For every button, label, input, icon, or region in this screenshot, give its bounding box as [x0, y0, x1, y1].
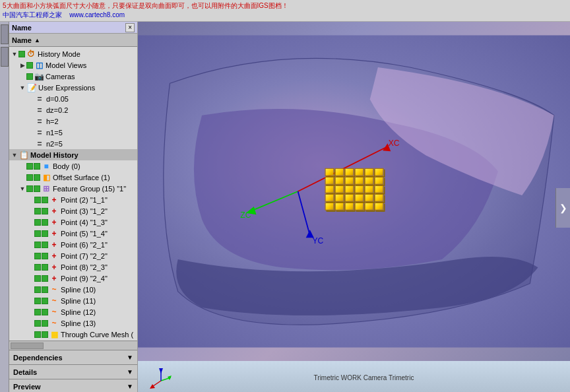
tree-expander[interactable]: [26, 196, 34, 204]
viewport-3d[interactable]: ZC XC YC: [138, 22, 570, 361]
tree-checkbox-2[interactable]: [34, 174, 40, 181]
tree-item[interactable]: ▼📝User Expressions: [9, 82, 137, 93]
tree-item[interactable]: +Point (4) "1_3": [9, 216, 137, 228]
tree-checkbox-2[interactable]: [42, 264, 48, 271]
tree-expander[interactable]: [26, 286, 34, 294]
tree-checkbox[interactable]: [34, 264, 41, 271]
tree-expander[interactable]: ▼: [18, 185, 26, 193]
tree-checkbox-2[interactable]: [34, 185, 40, 192]
bottom-panel-row[interactable]: Preview▼: [9, 379, 137, 392]
bottom-panel-row[interactable]: Details▼: [9, 365, 137, 379]
tree-checkbox[interactable]: [34, 230, 41, 237]
tree-expander[interactable]: [26, 129, 34, 137]
tree-item[interactable]: ~Spline (10): [9, 284, 137, 295]
tree-expander[interactable]: [26, 117, 34, 125]
tree-item[interactable]: ~Spline (11): [9, 295, 137, 306]
tree-item[interactable]: =n2=5: [9, 138, 137, 149]
tree-expander[interactable]: [26, 95, 34, 103]
panel-close-button[interactable]: ×: [125, 23, 135, 32]
tree-checkbox-2[interactable]: [42, 197, 48, 203]
tree-item[interactable]: +Point (3) "1_2": [9, 205, 137, 216]
tree-item-icon: ~: [49, 296, 59, 306]
tree-expander[interactable]: [26, 297, 34, 305]
viewport-area[interactable]: ZC XC YC ❯: [138, 22, 570, 392]
tree-checkbox[interactable]: [34, 331, 41, 338]
tree-item[interactable]: ▼📋Model History: [9, 149, 137, 160]
tree-expander[interactable]: [18, 162, 26, 170]
tree-checkbox[interactable]: [26, 185, 33, 192]
tree-item[interactable]: +Point (8) "2_3": [9, 261, 137, 273]
tree-item[interactable]: =n1=5: [9, 127, 137, 138]
tree-item[interactable]: ▼⏱History Mode: [9, 48, 137, 59]
tree-item[interactable]: +Point (5) "1_4": [9, 228, 137, 239]
tree-checkbox[interactable]: [26, 163, 33, 170]
tree-checkbox-2[interactable]: [42, 230, 48, 237]
tree-checkbox[interactable]: [34, 242, 41, 248]
tree-checkbox[interactable]: [26, 73, 33, 80]
side-icon-1[interactable]: [1, 24, 9, 44]
tree-item[interactable]: +Point (9) "2_4": [9, 273, 137, 284]
tree-expander[interactable]: [26, 331, 34, 339]
tree-checkbox-2[interactable]: [42, 275, 48, 282]
tree-checkbox[interactable]: [34, 309, 41, 315]
tree-checkbox-2[interactable]: [42, 298, 48, 304]
tree-expander[interactable]: [26, 106, 34, 114]
tree-expander[interactable]: [26, 252, 34, 260]
scroll-thumb[interactable]: [11, 343, 44, 349]
tree-expander[interactable]: ▶: [18, 61, 26, 69]
tree-checkbox[interactable]: [34, 298, 41, 304]
tree-expander[interactable]: ▼: [11, 151, 18, 159]
tree-checkbox-2[interactable]: [42, 242, 48, 248]
tree-expander[interactable]: [26, 308, 34, 316]
tree-expander[interactable]: ▼: [18, 84, 26, 92]
side-icon-2[interactable]: [1, 47, 9, 67]
tree-item[interactable]: +Point (6) "2_1": [9, 239, 137, 250]
tree-checkbox[interactable]: [34, 208, 41, 214]
tree-item[interactable]: +Point (2) "1_1": [9, 194, 137, 205]
tree-checkbox[interactable]: [34, 253, 41, 259]
tree-expander[interactable]: [26, 241, 34, 249]
bottom-panel-row[interactable]: Dependencies▼: [9, 350, 137, 365]
tree-expander[interactable]: [26, 263, 34, 271]
tree-item[interactable]: ◧Offset Surface (1): [9, 172, 137, 183]
tree-item[interactable]: ■Body (0): [9, 160, 137, 172]
tree-item[interactable]: +Point (7) "2_2": [9, 250, 137, 261]
tree-expander[interactable]: [26, 275, 34, 282]
tree-checkbox-2[interactable]: [42, 253, 48, 259]
tree-checkbox[interactable]: [34, 219, 41, 226]
horizontal-scrollbar[interactable]: [9, 341, 137, 350]
tree-item[interactable]: 📷Cameras: [9, 71, 137, 82]
tree-checkbox[interactable]: [34, 320, 41, 327]
tree-checkbox-2[interactable]: [42, 219, 48, 226]
tree-checkbox-2[interactable]: [42, 286, 48, 293]
tree-checkbox-2[interactable]: [42, 309, 48, 315]
nav-arrow-button[interactable]: ❯: [555, 188, 570, 228]
tree-item[interactable]: ~Spline (13): [9, 317, 137, 329]
tree-item[interactable]: ▼⊞Feature Group (15) "1": [9, 183, 137, 194]
tree-item[interactable]: =dz=0.2: [9, 104, 137, 115]
tree-checkbox[interactable]: [34, 286, 41, 293]
tree-checkbox[interactable]: [34, 197, 41, 203]
tree-expander[interactable]: [26, 140, 34, 148]
tree-item[interactable]: ▦Through Curve Mesh (: [9, 329, 137, 340]
tree-checkbox-2[interactable]: [42, 331, 48, 338]
tree-expander[interactable]: [26, 207, 34, 215]
tree-expander[interactable]: [18, 73, 26, 81]
tree-expander[interactable]: [26, 230, 34, 238]
tree-checkbox[interactable]: [26, 62, 33, 69]
tree-area[interactable]: ▼⏱History Mode▶◫Model Views📷Cameras▼📝Use…: [9, 47, 137, 341]
tree-checkbox[interactable]: [26, 174, 33, 181]
tree-item[interactable]: ~Spline (12): [9, 306, 137, 317]
tree-expander[interactable]: ▼: [11, 50, 18, 58]
tree-item[interactable]: ▶◫Model Views: [9, 59, 137, 71]
tree-expander[interactable]: [18, 174, 26, 181]
tree-checkbox-2[interactable]: [34, 163, 40, 170]
tree-expander[interactable]: [26, 218, 34, 226]
tree-expander[interactable]: [26, 319, 34, 327]
tree-item[interactable]: =d=0.05: [9, 93, 137, 104]
tree-checkbox[interactable]: [18, 51, 25, 57]
tree-checkbox[interactable]: [34, 275, 41, 282]
tree-checkbox-2[interactable]: [42, 320, 48, 327]
tree-checkbox-2[interactable]: [42, 208, 48, 214]
tree-item[interactable]: =h=2: [9, 115, 137, 127]
